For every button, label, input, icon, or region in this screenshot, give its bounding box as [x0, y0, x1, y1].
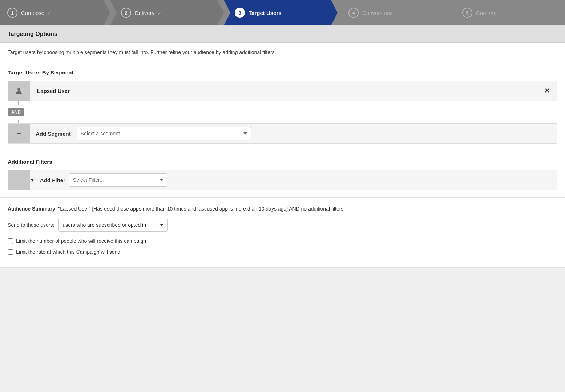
- limit-rate-checkbox[interactable]: [8, 249, 13, 255]
- send-to-select[interactable]: users who are subscribed or opted in all…: [58, 219, 168, 232]
- limit-people-checkbox[interactable]: [8, 238, 13, 244]
- svg-point-0: [17, 88, 20, 91]
- step-num-3: 3: [235, 8, 245, 18]
- step-num-4: 4: [348, 8, 359, 18]
- targeting-options-header: Targeting Options: [0, 26, 565, 43]
- limit-rate-row: Limit the rate at which this Campaign wi…: [8, 249, 557, 255]
- segment-icon: [8, 81, 30, 101]
- and-connector: AND: [8, 108, 24, 116]
- step-label-confirm: Confirm: [476, 10, 495, 16]
- segment-remove-button[interactable]: ✕: [537, 87, 557, 95]
- wizard-step-target-users[interactable]: 3 Target Users: [224, 0, 338, 25]
- step-num-5: 5: [462, 8, 472, 18]
- audience-summary-value: "Lapsed User" [Has used these apps more …: [58, 206, 343, 212]
- segment-section: Target Users By Segment Lapsed User ✕ AN…: [0, 62, 565, 151]
- add-segment-icon[interactable]: +: [8, 124, 30, 143]
- audience-summary: Audience Summary: "Lapsed User" [Has use…: [0, 198, 565, 268]
- segment-select[interactable]: Select a segment...: [77, 127, 251, 140]
- add-filter-icon[interactable]: +: [8, 170, 30, 190]
- connector-line-top: [18, 101, 19, 105]
- step-num-1: 1: [7, 8, 17, 18]
- add-filter-label: Add Filter: [36, 177, 69, 183]
- step-label-conversions: Conversions: [362, 10, 392, 16]
- wizard-step-confirm[interactable]: 5 Confirm: [451, 0, 565, 25]
- add-segment-label: Add Segment: [30, 131, 77, 137]
- audience-summary-label: Audience Summary:: [8, 206, 57, 212]
- checkmark-compose: ✓: [47, 9, 52, 16]
- step-num-2: 2: [121, 8, 131, 18]
- connector-line-bottom: [18, 120, 19, 123]
- main-content: Targeting Options Target users by choosi…: [0, 25, 565, 268]
- send-to-row: Send to these users: users who are subsc…: [8, 219, 557, 232]
- segment-section-title: Target Users By Segment: [8, 69, 557, 75]
- limit-rate-label[interactable]: Limit the rate at which this Campaign wi…: [16, 249, 120, 255]
- wizard-step-conversions[interactable]: 4 Conversions: [338, 0, 451, 25]
- targeting-options-title: Targeting Options: [8, 31, 557, 37]
- wizard-step-delivery[interactable]: 2 Delivery ✓: [110, 0, 224, 25]
- add-segment-row: + Add Segment Select a segment...: [8, 123, 557, 144]
- segment-name: Lapsed User: [30, 88, 537, 94]
- limit-people-label[interactable]: Limit the number of people who will rece…: [16, 238, 146, 244]
- send-to-label: Send to these users:: [8, 222, 54, 228]
- filter-select[interactable]: Select Filter...: [69, 173, 167, 187]
- targeting-description: Target users by choosing multiple segmen…: [0, 43, 565, 62]
- step-label-compose: Compose: [21, 10, 44, 16]
- filter-row: + ▼ Add Filter Select Filter...: [8, 170, 557, 190]
- wizard-bar: 1 Compose ✓ 2 Delivery ✓ 3 Target Users …: [0, 0, 565, 25]
- wizard-step-compose[interactable]: 1 Compose ✓: [0, 0, 110, 25]
- filters-section-title: Additional Filters: [8, 159, 557, 165]
- checkmark-delivery: ✓: [157, 9, 162, 16]
- filters-section: Additional Filters + ▼ Add Filter Select…: [0, 151, 565, 198]
- audience-summary-text: Audience Summary: "Lapsed User" [Has use…: [8, 205, 557, 213]
- limit-people-row: Limit the number of people who will rece…: [8, 238, 557, 244]
- step-label-delivery: Delivery: [135, 10, 154, 16]
- filter-funnel-icon: ▼: [30, 177, 35, 183]
- segment-row-lapsed-user: Lapsed User ✕: [8, 81, 557, 101]
- step-label-target-users: Target Users: [249, 10, 282, 16]
